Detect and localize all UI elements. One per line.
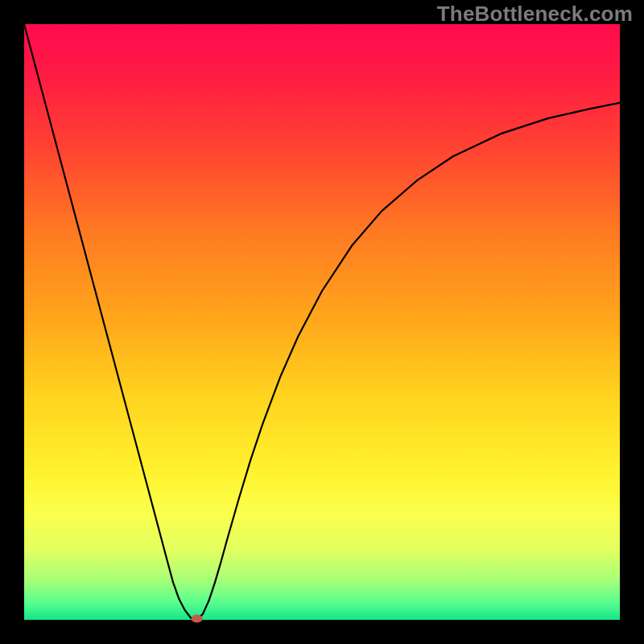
plot-background [24, 24, 620, 620]
bottleneck-chart [0, 0, 644, 644]
optimal-point-marker [192, 615, 203, 623]
chart-frame: TheBottleneck.com [0, 0, 644, 644]
